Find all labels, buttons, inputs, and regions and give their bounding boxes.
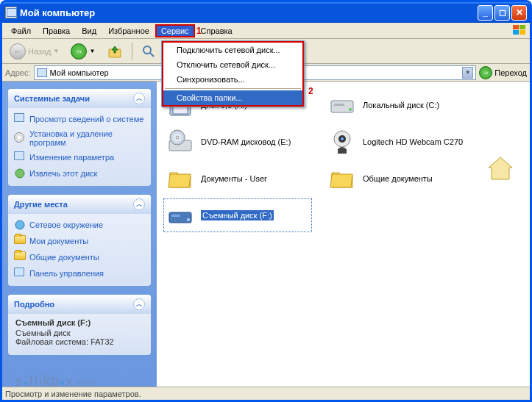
panel-header[interactable]: Другие места ︿	[8, 195, 151, 214]
window-title: Мой компьютер	[20, 7, 478, 18]
dropdown-item[interactable]: Подключить сетевой диск...	[163, 43, 302, 57]
menu-file[interactable]: Файл	[5, 24, 37, 37]
windows-logo-icon	[512, 24, 527, 36]
search-button[interactable]	[137, 41, 160, 62]
panel-other-places: Другие места ︿ Сетевое окружение Мои док…	[8, 195, 151, 286]
panel-title: Другие места	[14, 200, 68, 209]
back-button[interactable]: ← Назад ▼	[5, 40, 63, 62]
drive-item[interactable]: Документы - User	[164, 162, 311, 195]
panel-title: Системные задачи	[14, 94, 90, 103]
panel-system-tasks: Системные задачи ︿ Просмотр сведений о с…	[8, 89, 151, 186]
menubar: Файл Правка Вид Избранное Сервис Справка	[2, 23, 530, 39]
chevron-up-icon: ︿	[133, 298, 145, 310]
svg-rect-14	[334, 104, 344, 106]
menu-tools[interactable]: Сервис	[155, 24, 195, 37]
panel-header[interactable]: Системные задачи ︿	[8, 89, 151, 108]
details-type: Съемный диск	[15, 329, 143, 337]
svg-rect-0	[513, 25, 519, 29]
folder-icon	[14, 251, 26, 263]
svg-rect-3	[519, 30, 525, 35]
house-icon	[486, 153, 515, 182]
close-button[interactable]: ✕	[511, 5, 527, 21]
svg-line-6	[150, 53, 154, 57]
eject-icon	[14, 168, 26, 179]
go-label: Переход	[494, 68, 527, 77]
computer-icon	[37, 68, 47, 77]
drive-item[interactable]: Общие документы	[326, 162, 473, 195]
sidebar-item[interactable]: Панель управления	[14, 265, 145, 281]
settings-icon	[14, 151, 26, 163]
content-area[interactable]: Диск 3,5 (A:)Локальный диск (C:)DVD-RAM …	[157, 82, 530, 387]
status-text: Просмотр и изменение параметров.	[5, 390, 141, 398]
back-arrow-icon: ←	[10, 43, 26, 60]
address-dropdown-icon[interactable]: ▼	[462, 67, 473, 79]
sidebar-item[interactable]: Изменение параметра	[14, 149, 145, 165]
dropdown-item[interactable]: Отключить сетевой диск...	[163, 57, 302, 72]
removable-icon	[166, 201, 195, 230]
up-button[interactable]	[102, 40, 127, 62]
details-name: Съемный диск (F:)	[15, 318, 143, 327]
item-label: Общие документы	[363, 174, 433, 183]
sidebar-item[interactable]: Извлечь этот диск	[14, 165, 145, 182]
item-label: DVD-RAM дисковод (E:)	[201, 137, 291, 146]
menu-view[interactable]: Вид	[76, 24, 102, 37]
drive-item[interactable]: DVD-RAM дисковод (E:)	[164, 126, 311, 158]
maximize-button[interactable]: ◻	[494, 5, 510, 21]
info-icon	[14, 113, 26, 125]
item-partial[interactable]	[484, 151, 528, 184]
separator	[132, 43, 132, 60]
chevron-up-icon: ︿	[133, 93, 145, 104]
dropdown-separator	[165, 88, 301, 89]
sidebar-item[interactable]: Сетевое окружение	[14, 217, 145, 233]
svg-point-17	[176, 136, 179, 139]
drive-item[interactable]: Локальный диск (C:)	[326, 89, 473, 121]
menu-edit[interactable]: Правка	[37, 24, 76, 37]
panel-details: Подробно ︿ Съемный диск (F:) Съемный дис…	[8, 295, 151, 355]
minimize-button[interactable]: _	[478, 5, 493, 21]
webcam-icon	[327, 127, 357, 157]
window-body: Системные задачи ︿ Просмотр сведений о с…	[2, 82, 530, 387]
network-icon	[14, 219, 26, 231]
window: Мой компьютер _ ◻ ✕ Файл Правка Вид Избр…	[0, 0, 532, 402]
dropdown-item[interactable]: Синхронизовать...	[163, 72, 302, 87]
svg-point-8	[15, 220, 24, 229]
chevron-down-icon: ▼	[89, 48, 95, 54]
svg-point-5	[143, 46, 151, 54]
watermark: s●ftikb●x.com	[15, 373, 96, 390]
item-label: Logitech HD Webcam C270	[363, 137, 463, 146]
panel-title: Подробно	[14, 300, 54, 309]
annotation-1: 1	[196, 26, 202, 36]
titlebar[interactable]: Мой компьютер _ ◻ ✕	[2, 2, 530, 23]
sidebar-item[interactable]: Общие документы	[14, 249, 145, 265]
svg-rect-22	[171, 215, 180, 217]
sidebar: Системные задачи ︿ Просмотр сведений о с…	[2, 82, 157, 387]
folder-icon	[14, 235, 26, 247]
control-panel-icon	[14, 268, 26, 279]
address-label: Адрес:	[5, 68, 31, 77]
forward-arrow-icon: →	[71, 43, 87, 60]
back-label: Назад	[28, 47, 52, 56]
item-label: Документы - User	[201, 174, 267, 183]
address-value: Мой компьютер	[50, 68, 109, 77]
svg-point-20	[341, 137, 344, 140]
drive-item[interactable]: Logitech HD Webcam C270	[326, 126, 473, 158]
install-icon	[14, 132, 26, 144]
go-button[interactable]: → Переход	[479, 66, 527, 79]
sidebar-item[interactable]: Мои документы	[14, 233, 145, 249]
forward-button[interactable]: → ▼	[66, 40, 99, 62]
folder-icon	[166, 164, 195, 193]
svg-rect-11	[173, 107, 188, 114]
panel-header[interactable]: Подробно ︿	[8, 295, 151, 314]
folder-icon	[327, 164, 357, 193]
svg-rect-2	[513, 30, 519, 35]
chevron-down-icon: ▼	[54, 48, 60, 54]
hdd-icon	[327, 90, 357, 120]
menu-favorites[interactable]: Избранное	[102, 24, 155, 37]
svg-point-23	[187, 218, 190, 221]
drive-item[interactable]: Съемный диск (F:)	[164, 199, 311, 231]
sidebar-item[interactable]: Просмотр сведений о системе	[14, 111, 145, 127]
go-arrow-icon: →	[479, 66, 492, 79]
sidebar-item[interactable]: Установка и удаление программ	[14, 127, 145, 149]
dropdown-item-folder-options[interactable]: Свойства папки...	[163, 90, 302, 105]
item-label: Локальный диск (C:)	[363, 101, 439, 110]
